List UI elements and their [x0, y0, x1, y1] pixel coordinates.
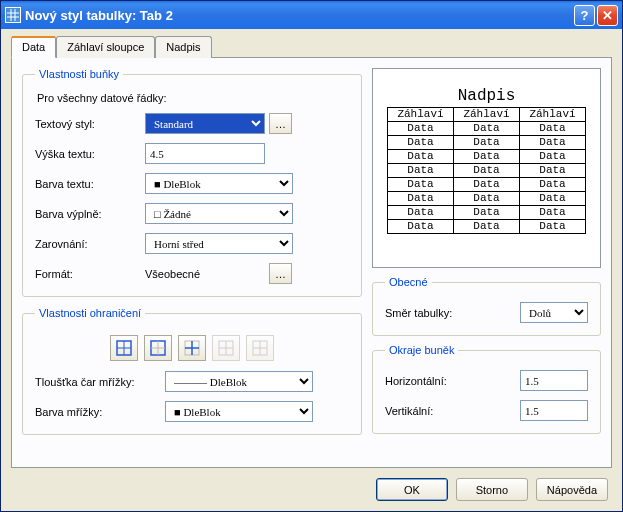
cell-margins-group: Okraje buněk Horizontální: Vertikální: — [372, 344, 601, 434]
window-title: Nový styl tabulky: Tab 2 — [25, 8, 574, 23]
format-label: Formát: — [35, 268, 145, 280]
tab-strip: Data Záhlaví sloupce Nadpis — [11, 36, 612, 58]
tab-data[interactable]: Data — [11, 36, 56, 58]
cancel-button[interactable]: Storno — [456, 478, 528, 501]
grid-color-label: Barva mřížky: — [35, 406, 165, 418]
tab-title[interactable]: Nadpis — [155, 36, 211, 58]
preview-table: Nadpis ZáhlavíZáhlavíZáhlavíDataDataData… — [387, 87, 586, 234]
tab-column-header[interactable]: Záhlaví sloupce — [56, 36, 155, 58]
vertical-margin-input[interactable] — [520, 400, 588, 421]
fill-color-label: Barva výplně: — [35, 208, 145, 220]
ok-button[interactable]: OK — [376, 478, 448, 501]
app-icon — [5, 7, 21, 23]
grid-lineweight-label: Tloušťka čar mřížky: — [35, 376, 165, 388]
general-group: Obecné Směr tabulky: Dolů — [372, 276, 601, 336]
preview-panel: Nadpis ZáhlavíZáhlavíZáhlavíDataDataData… — [372, 68, 601, 268]
cell-properties-legend: Vlastnosti buňky — [35, 68, 123, 80]
border-properties-group: Vlastnosti ohraničení Tloušťka čar mřížk… — [22, 307, 362, 435]
all-rows-label: Pro všechny datové řádky: — [37, 92, 349, 104]
grid-color-select[interactable]: ■ DleBlok — [165, 401, 313, 422]
cell-properties-group: Vlastnosti buňky Pro všechny datové řádk… — [22, 68, 362, 297]
vertical-margin-label: Vertikální: — [385, 405, 495, 417]
border-none-button-2[interactable] — [246, 335, 274, 361]
border-properties-legend: Vlastnosti ohraničení — [35, 307, 145, 319]
text-style-browse-button[interactable]: … — [269, 113, 292, 134]
border-inner-button[interactable] — [178, 335, 206, 361]
alignment-label: Zarovnání: — [35, 238, 145, 250]
svg-rect-0 — [7, 9, 19, 21]
border-outer-button[interactable] — [144, 335, 172, 361]
fill-color-select[interactable]: □ Žádné — [145, 203, 293, 224]
help-button[interactable]: ? — [574, 5, 595, 26]
text-style-select[interactable]: Standard — [145, 113, 265, 134]
close-button[interactable]: ✕ — [597, 5, 618, 26]
cell-margins-legend: Okraje buněk — [385, 344, 458, 356]
text-height-label: Výška textu: — [35, 148, 145, 160]
grid-lineweight-select[interactable]: ——— DleBlok — [165, 371, 313, 392]
border-none-button-1[interactable] — [212, 335, 240, 361]
text-height-input[interactable] — [145, 143, 265, 164]
general-legend: Obecné — [385, 276, 432, 288]
text-style-label: Textový styl: — [35, 118, 145, 130]
text-color-select[interactable]: ■ DleBlok — [145, 173, 293, 194]
preview-caption: Nadpis — [387, 87, 586, 107]
horizontal-margin-input[interactable] — [520, 370, 588, 391]
titlebar: Nový styl tabulky: Tab 2 ? ✕ — [1, 1, 622, 29]
help-dialog-button[interactable]: Nápověda — [536, 478, 608, 501]
horizontal-margin-label: Horizontální: — [385, 375, 495, 387]
text-color-label: Barva textu: — [35, 178, 145, 190]
format-value: Všeobecné — [145, 268, 265, 280]
format-browse-button[interactable]: … — [269, 263, 292, 284]
border-all-button[interactable] — [110, 335, 138, 361]
alignment-select[interactable]: Horní střed — [145, 233, 293, 254]
table-direction-select[interactable]: Dolů — [520, 302, 588, 323]
table-direction-label: Směr tabulky: — [385, 307, 495, 319]
